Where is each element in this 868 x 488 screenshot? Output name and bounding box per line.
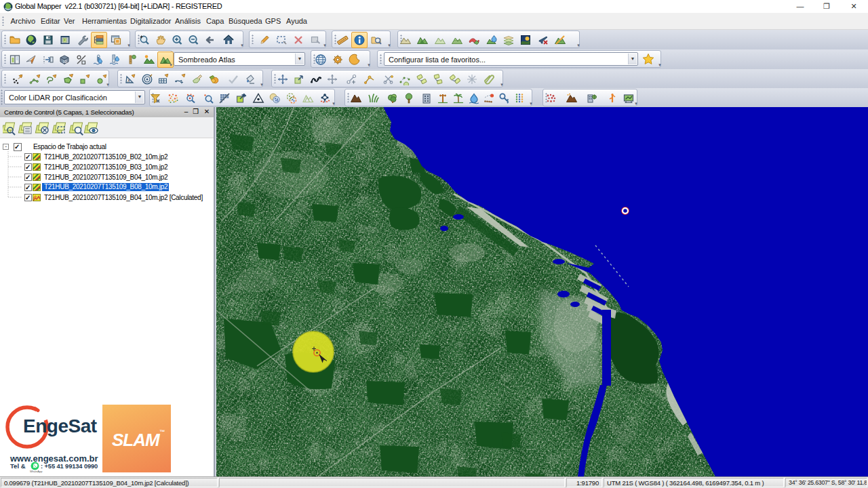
svg-text:3D: 3D (63, 60, 68, 64)
